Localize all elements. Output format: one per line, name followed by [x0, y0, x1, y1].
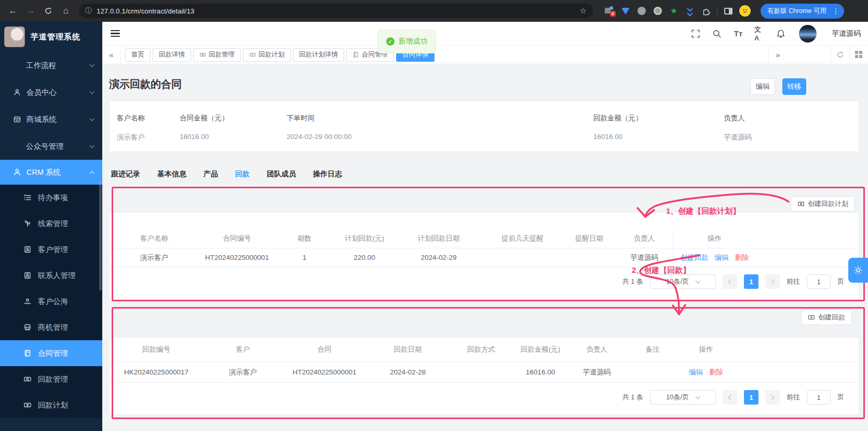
- next-page-button[interactable]: [765, 390, 780, 405]
- extension-star-icon[interactable]: ★: [669, 6, 679, 16]
- language-icon[interactable]: 文A: [754, 29, 765, 39]
- font-size-icon[interactable]: Tт: [733, 29, 743, 39]
- tab-receivable-plan[interactable]: 回款计划: [243, 48, 291, 62]
- settings-gear-button[interactable]: [848, 258, 868, 283]
- sidebar-item-contract[interactable]: 合同管理: [0, 340, 102, 366]
- sidebar: 芋道管理系统 工作流程 会员中心 商城系统 公众号管理 CRM 系统 待办事项: [0, 22, 102, 431]
- tab-receivable-detail[interactable]: 回款详情: [153, 48, 191, 62]
- tab-home[interactable]: 首页: [125, 48, 151, 62]
- pagination-total: 共 1 条: [622, 277, 643, 286]
- cell-plan-amount: 220.00: [334, 254, 395, 261]
- contract-detail-page: 演示回款的合同 编辑 转移 客户名称演示客户 合同金额（元）16016.00 下…: [102, 64, 868, 431]
- contact-book-icon: [23, 271, 32, 280]
- edit-link[interactable]: 编辑: [689, 368, 703, 377]
- sidebar-item-receivable[interactable]: 回款管理: [0, 366, 102, 392]
- delete-link[interactable]: 删除: [735, 253, 749, 262]
- cell-actions: 创建回款 编辑 删除: [673, 248, 756, 267]
- todo-list-icon: [23, 193, 32, 202]
- extension-chevrons-icon[interactable]: [685, 6, 695, 16]
- sidebar-scrollbar[interactable]: [99, 182, 102, 290]
- tab-follow-record[interactable]: 跟进记录: [111, 170, 140, 182]
- sidebar-item-clue[interactable]: 线索管理: [0, 211, 102, 237]
- tab-receivable-plan-detail[interactable]: 回款计划详情: [293, 48, 344, 62]
- sidebar-item-workflow[interactable]: 工作流程: [0, 52, 102, 79]
- transfer-button[interactable]: 转移: [782, 78, 806, 95]
- extensions-puzzle-icon[interactable]: [701, 6, 711, 16]
- sidebar-item-todo[interactable]: 待办事项: [0, 185, 102, 211]
- current-page-button[interactable]: 1: [744, 274, 758, 289]
- chrome-profile-avatar[interactable]: [739, 5, 751, 17]
- tabs-menu-icon[interactable]: [849, 46, 868, 64]
- chevron-down-icon: [696, 278, 701, 283]
- col-header: 负责人: [616, 234, 673, 243]
- money-icon: [199, 51, 206, 58]
- browser-menu-icon[interactable]: ⋮: [831, 7, 841, 15]
- col-header: 合同: [283, 345, 366, 354]
- search-icon[interactable]: [712, 29, 722, 39]
- sidebar-item-receivable-plan[interactable]: 回款计划: [0, 392, 102, 418]
- page-unit-label: 页: [837, 393, 844, 402]
- user-avatar[interactable]: [799, 25, 817, 43]
- site-info-icon[interactable]: ⓘ: [85, 6, 92, 16]
- tab-receivable-manage[interactable]: 回款管理: [193, 48, 241, 62]
- delete-link[interactable]: 删除: [709, 368, 723, 377]
- goto-page-input[interactable]: 1: [807, 390, 831, 405]
- extension-brain-icon[interactable]: [636, 6, 647, 16]
- sidebar-item-customer-pool[interactable]: 客户公海: [0, 288, 102, 314]
- page-size-select[interactable]: 10条/页: [650, 390, 716, 405]
- cell-period: 1: [275, 254, 334, 261]
- extension-badge-icon[interactable]: 6: [604, 6, 615, 16]
- browser-reload-icon[interactable]: [40, 3, 56, 19]
- extension-kite-icon[interactable]: [620, 6, 631, 16]
- cell-date: 2024-02-28: [366, 368, 450, 376]
- notification-bell-icon[interactable]: [776, 29, 786, 39]
- browser-chrome: ← → ⌂ ⓘ 127.0.0.1/crm/contract/detail/13…: [0, 0, 868, 22]
- clue-icon: [23, 219, 32, 228]
- cell-contract-no: HT20240225000001: [283, 368, 366, 376]
- side-panel-icon[interactable]: [723, 6, 734, 16]
- tab-product[interactable]: 产品: [204, 170, 218, 182]
- sidebar-item-business[interactable]: 商机管理: [0, 314, 102, 340]
- col-header: 负责人: [568, 345, 626, 354]
- tab-operation-log[interactable]: 操作日志: [313, 170, 342, 182]
- tabs-refresh-icon[interactable]: [831, 46, 849, 64]
- current-page-button[interactable]: 1: [744, 390, 758, 405]
- next-page-button[interactable]: [765, 274, 780, 289]
- sidebar-item-member-center[interactable]: 会员中心: [0, 79, 102, 106]
- tabs-scroll-left-icon[interactable]: «: [102, 46, 121, 64]
- sidebar-item-contact[interactable]: 联系人管理: [0, 262, 102, 288]
- browser-home-icon[interactable]: ⌂: [58, 3, 74, 19]
- edit-button[interactable]: 编辑: [750, 78, 775, 95]
- tab-team-member[interactable]: 团队成员: [267, 170, 296, 182]
- create-receivable-plan-button[interactable]: 创建回款计划: [791, 196, 855, 212]
- chrome-update-button[interactable]: 有新版 Chrome 可用 ⋮: [761, 4, 844, 19]
- bookmark-star-icon[interactable]: ☆: [580, 6, 587, 16]
- tab-basic-info[interactable]: 基本信息: [157, 170, 186, 182]
- create-receivable-button[interactable]: 创建回款: [801, 310, 852, 325]
- sidebar-item-crm-system[interactable]: CRM 系统: [0, 160, 102, 185]
- extension-circle-icon[interactable]: [653, 6, 663, 16]
- page-size-select[interactable]: 10条/页: [650, 274, 716, 289]
- app-logo[interactable]: 芋道管理系统: [0, 22, 102, 52]
- edit-link[interactable]: 编辑: [715, 253, 729, 262]
- url-text[interactable]: 127.0.0.1/crm/contract/detail/13: [97, 7, 575, 15]
- address-bar[interactable]: ⓘ 127.0.0.1/crm/contract/detail/13 ☆: [79, 4, 593, 18]
- col-header: 回款日期: [366, 345, 450, 354]
- col-header: 回款方式: [450, 345, 513, 354]
- fullscreen-icon[interactable]: [690, 29, 701, 39]
- tabs-scroll-right-icon[interactable]: »: [768, 46, 787, 64]
- tab-receivable[interactable]: 回款: [235, 170, 250, 182]
- browser-forward-icon[interactable]: →: [23, 3, 38, 19]
- chevron-down-icon: [696, 394, 701, 399]
- goto-page-input[interactable]: 1: [807, 274, 831, 289]
- collapse-menu-icon[interactable]: [106, 25, 124, 43]
- prev-page-button[interactable]: [723, 274, 737, 289]
- sidebar-item-customer[interactable]: 客户管理: [0, 237, 102, 262]
- sidebar-item-official-account[interactable]: 公众号管理: [0, 133, 102, 160]
- create-receivable-link[interactable]: 创建回款: [681, 253, 709, 262]
- browser-back-icon[interactable]: ←: [5, 3, 21, 19]
- user-name[interactable]: 芋道源码: [832, 29, 861, 38]
- info-field-amount: 合同金额（元）16016.00: [180, 114, 229, 141]
- prev-page-button[interactable]: [723, 390, 737, 405]
- sidebar-item-mall-system[interactable]: 商城系统: [0, 106, 102, 133]
